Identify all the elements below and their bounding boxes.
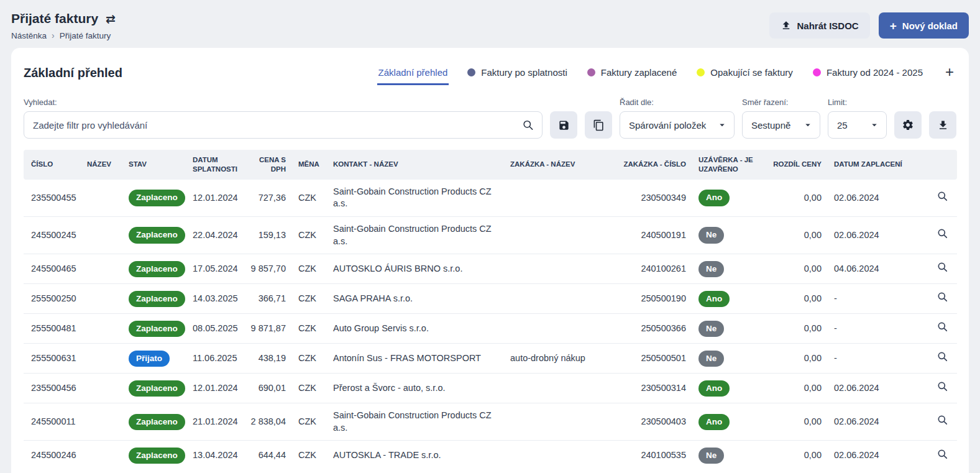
upload-isdoc-button[interactable]: Nahrát ISDOC (769, 12, 870, 39)
new-document-button[interactable]: + Nový doklad (879, 12, 969, 39)
column-header-zakazka-cislo[interactable]: ZAKÁZKA - ČÍSLO (616, 150, 692, 180)
cell-nazev (81, 314, 122, 344)
caret-down-icon (802, 119, 813, 131)
limit-group: Limit: 25 (828, 98, 887, 139)
cell-cena-s-dph: 438,19 (244, 344, 292, 374)
table-row[interactable]: 235500455 Zaplaceno 12.01.2024 727,36 CZ… (24, 180, 957, 217)
cell-cena-s-dph: 727,36 (244, 180, 292, 217)
cell-kontakt-nazev: AUTOSKLO ÁURIS BRNO s.r.o. (327, 254, 504, 284)
table-row[interactable]: 245500011 Zaplaceno 21.01.2024 2 838,04 … (24, 403, 957, 441)
column-header-actions (920, 150, 957, 180)
cell-uzaverka: Ne (692, 217, 761, 254)
tab-color-dot-icon (697, 68, 705, 76)
cell-datum-zaplaceni: - (828, 314, 920, 344)
limit-select[interactable]: 25 (828, 111, 887, 139)
cell-zakazka-cislo: 230500349 (616, 180, 692, 217)
cell-kontakt-nazev: Přerost a Švorc - auto, s.r.o. (327, 374, 504, 403)
cell-zakazka-nazev (504, 441, 616, 471)
column-header-rozdil-ceny[interactable]: ROZDÍL CENY (761, 150, 828, 180)
cell-action (920, 284, 957, 314)
cell-rozdil-ceny: 0,00 (761, 314, 828, 344)
cell-cena-s-dph: 366,71 (244, 284, 292, 314)
cell-zakazka-cislo: 230500314 (616, 374, 692, 403)
cell-rozdil-ceny: 0,00 (761, 180, 828, 217)
copy-filter-button[interactable] (585, 111, 612, 139)
cell-zakazka-nazev (504, 374, 616, 403)
table-row[interactable]: 245500245 Zaplaceno 22.04.2024 159,13 CZ… (24, 217, 957, 254)
swap-icon[interactable]: ⇄ (106, 12, 116, 25)
cell-cislo: 255500250 (24, 284, 81, 314)
column-header-datum-zaplaceni[interactable]: DATUM ZAPLACENÍ (828, 150, 920, 180)
tab-label: Faktury od 2024 - 2025 (827, 67, 923, 78)
tab-faktury-zaplacene[interactable]: Faktury zaplacené (586, 64, 679, 85)
column-header-cislo[interactable]: ČÍSLO (24, 150, 81, 180)
cell-zakazka-nazev: auto-drobný nákup (504, 344, 616, 374)
row-detail-search-icon[interactable] (936, 351, 948, 362)
table-row[interactable]: 255500250 Zaplaceno 14.03.2025 366,71 CZ… (24, 284, 957, 314)
status-badge: Zaplaceno (129, 448, 185, 464)
column-header-uzaverka-je-uzavreno[interactable]: UZÁVĚRKA - JE UZAVŘENO (692, 150, 761, 180)
row-detail-search-icon[interactable] (936, 261, 948, 273)
cell-datum-splatnosti: 11.06.2025 (186, 344, 244, 374)
column-header-mena[interactable]: MĚNA (292, 150, 327, 180)
column-header-kontakt-nazev[interactable]: KONTAKT - NÁZEV (327, 150, 504, 180)
plus-icon: + (890, 20, 897, 32)
sort-by-select[interactable]: Spárování položek (620, 111, 735, 139)
cell-zakazka-cislo: 250500501 (616, 344, 692, 374)
cell-action (920, 344, 957, 374)
cell-nazev (81, 441, 122, 471)
cell-action (920, 441, 957, 471)
upload-isdoc-label: Nahrát ISDOC (797, 21, 859, 31)
cell-datum-zaplaceni: 02.06.2024 (828, 374, 920, 403)
tab-opakujici-se-faktury[interactable]: Opakující se faktury (695, 64, 794, 85)
table-row[interactable]: 235500456 Zaplaceno 12.01.2024 690,01 CZ… (24, 374, 957, 403)
cell-stav: Zaplaceno (122, 180, 186, 217)
sort-dir-select[interactable]: Sestupně (742, 111, 820, 139)
view-title: Základní přehled (24, 64, 122, 80)
column-header-cena-s-dph[interactable]: CENA S DPH (244, 150, 292, 180)
row-detail-search-icon[interactable] (936, 448, 948, 460)
cell-zakazka-nazev (504, 284, 616, 314)
cell-kontakt-nazev: Saint-Gobain Construction Products CZ a.… (327, 217, 504, 254)
settings-button[interactable] (894, 111, 922, 139)
column-header-stav[interactable]: STAV (122, 150, 186, 180)
tab-zakladni-prehled[interactable]: Základní přehled (377, 64, 449, 85)
column-header-datum-splatnosti[interactable]: DATUM SPLATNOSTI (186, 150, 244, 180)
save-filter-button[interactable] (550, 111, 577, 139)
tab-faktury-po-splatnosti[interactable]: Faktury po splatnosti (466, 64, 568, 85)
table-header: ČÍSLONÁZEVSTAVDATUM SPLATNOSTICENA S DPH… (24, 150, 957, 180)
row-detail-search-icon[interactable] (936, 190, 948, 202)
cell-action (920, 374, 957, 403)
cell-nazev (81, 254, 122, 284)
table-row[interactable]: 245500246 Zaplaceno 13.04.2024 644,44 CZ… (24, 441, 957, 471)
column-header-zakazka-nazev[interactable]: ZAKÁZKA - NÁZEV (504, 150, 616, 180)
sort-by-group: Řadit dle: Spárování položek (620, 98, 735, 139)
breadcrumb-home-link[interactable]: Nástěnka (11, 31, 47, 40)
row-detail-search-icon[interactable] (936, 321, 948, 333)
cell-stav: Zaplaceno (122, 284, 186, 314)
row-detail-search-icon[interactable] (936, 414, 948, 426)
column-header-nazev[interactable]: NÁZEV (81, 150, 122, 180)
export-button[interactable] (929, 111, 956, 139)
table-row[interactable]: 255500481 Zaplaceno 08.05.2025 9 871,87 … (24, 314, 957, 344)
cell-mena: CZK (292, 314, 327, 344)
uzaverka-badge: Ano (698, 190, 730, 206)
cell-rozdil-ceny: 0,00 (761, 403, 828, 441)
cell-datum-zaplaceni: 02.06.2024 (828, 217, 920, 254)
table-row[interactable]: 245500465 Zaplaceno 17.05.2024 9 857,70 … (24, 254, 957, 284)
cell-cislo: 235500456 (24, 374, 81, 403)
search-input[interactable] (24, 111, 543, 139)
top-bar: Přijaté faktury ⇄ Nástěnka › Přijaté fak… (0, 0, 980, 48)
table-row[interactable]: 255500631 Přijato 11.06.2025 438,19 CZK … (24, 344, 957, 374)
search-field-group: Vyhledat: (24, 98, 543, 139)
breadcrumb-current: Přijaté faktury (60, 31, 111, 40)
cell-datum-splatnosti: 22.04.2024 (186, 217, 244, 254)
add-tab-button[interactable]: + (941, 65, 956, 85)
row-detail-search-icon[interactable] (936, 291, 948, 303)
cell-datum-zaplaceni: 04.06.2024 (828, 254, 920, 284)
cell-stav: Zaplaceno (122, 254, 186, 284)
row-detail-search-icon[interactable] (936, 380, 948, 392)
tab-faktury-od-2024-2025[interactable]: Faktury od 2024 - 2025 (812, 64, 924, 85)
sort-by-label: Řadit dle: (620, 98, 735, 107)
row-detail-search-icon[interactable] (936, 227, 948, 239)
